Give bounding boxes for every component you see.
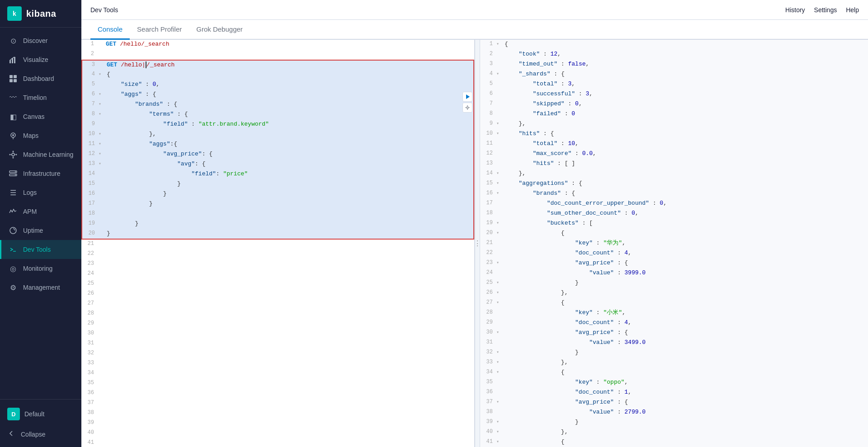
- sidebar-item-label: Discover: [23, 37, 47, 44]
- code-line-selected-start: 3 GET /hello|/_search: [81, 60, 474, 70]
- sidebar-item-discover[interactable]: ⊙ Discover: [0, 31, 81, 50]
- sidebar-item-infrastructure[interactable]: Infrastructure: [0, 164, 81, 183]
- sidebar-item-label: Dev Tools: [23, 246, 51, 253]
- code-line: 28: [81, 309, 474, 319]
- code-line: 32: [81, 349, 474, 359]
- devtools-icon: [9, 245, 18, 254]
- tab-search-profiler[interactable]: Search Profiler: [130, 20, 189, 40]
- output-code-editor[interactable]: 1 ▾ { 2 "took" : 12, 3 "timed_out" : fal…: [480, 40, 868, 447]
- code-line: 6 "successful" : 3,: [480, 89, 868, 99]
- sidebar-item-label: Canvas: [23, 113, 44, 120]
- discover-icon: ⊙: [9, 36, 18, 45]
- code-line: 35 "key" : "oppo",: [480, 378, 868, 388]
- code-line: 10 ▾ },: [81, 130, 474, 140]
- code-line: 26: [81, 289, 474, 299]
- code-line: 21 "key" : "华为",: [480, 239, 868, 249]
- sidebar-item-label: Machine Learning: [23, 151, 73, 158]
- sidebar-item-label: APM: [23, 208, 37, 215]
- code-line: 33: [81, 359, 474, 369]
- sidebar-item-apm[interactable]: APM: [0, 202, 81, 221]
- history-link[interactable]: History: [785, 6, 805, 14]
- code-line: 13 "hits" : [ ]: [480, 159, 868, 169]
- code-line: 36: [81, 389, 474, 399]
- code-line: 17 "doc_count_error_upper_bound" : 0,: [480, 199, 868, 209]
- gutter-buttons: [462, 92, 472, 113]
- pane-divider[interactable]: ⋮: [475, 40, 480, 447]
- settings-link[interactable]: Settings: [814, 6, 837, 14]
- code-line: 1 GET /hello/_search: [81, 40, 474, 50]
- code-line: 9 ▾ },: [480, 119, 868, 129]
- code-line: 20 ▾ {: [480, 229, 868, 239]
- sidebar-default-space[interactable]: D Default: [0, 403, 81, 425]
- svg-rect-2: [14, 57, 15, 63]
- sidebar-item-label: Infrastructure: [23, 170, 60, 177]
- code-line: 31 "value" : 3499.0: [480, 338, 868, 348]
- sidebar-item-logs[interactable]: ☰ Logs: [0, 183, 81, 202]
- run-button[interactable]: [462, 92, 472, 102]
- code-line: 40 ▾ },: [480, 428, 868, 438]
- code-line: 18: [81, 209, 474, 219]
- management-icon: ⚙: [9, 283, 18, 292]
- tab-console[interactable]: Console: [90, 20, 130, 40]
- sidebar-item-machine-learning[interactable]: Machine Learning: [0, 145, 81, 164]
- collapse-label: Collapse: [21, 431, 45, 438]
- svg-point-13: [9, 154, 11, 155]
- code-line: 37: [81, 399, 474, 409]
- editor-settings-button[interactable]: [462, 103, 472, 113]
- code-line: 34 ▾ {: [480, 368, 868, 378]
- code-line: 23: [81, 259, 474, 269]
- code-line: 29 "doc_count" : 4,: [480, 318, 868, 328]
- svg-point-14: [16, 154, 17, 155]
- code-line: 4 ▾ "_shards" : {: [480, 70, 868, 80]
- code-line: 21: [81, 240, 474, 249]
- sidebar-item-management[interactable]: ⚙ Management: [0, 278, 81, 297]
- sidebar-item-dashboard[interactable]: Dashboard: [0, 69, 81, 88]
- code-line: 27: [81, 299, 474, 309]
- code-line: 15 }: [81, 179, 474, 189]
- sidebar-item-label: Logs: [23, 189, 37, 196]
- page-title: Dev Tools: [90, 6, 118, 14]
- code-line: 16 ▾ "brands" : {: [480, 189, 868, 199]
- tab-grok-debugger[interactable]: Grok Debugger: [189, 20, 250, 40]
- left-editor-pane: 1 GET /hello/_search 2 3 GET /hello|/_se…: [81, 40, 475, 447]
- sidebar-item-uptime[interactable]: Uptime: [0, 221, 81, 240]
- machine-learning-icon: [9, 150, 18, 159]
- code-line: 35: [81, 379, 474, 389]
- sidebar-item-timelion[interactable]: 〰 Timelion: [0, 88, 81, 107]
- code-line: 9 "field" : "attr.brand.keyword": [81, 120, 474, 130]
- sidebar-item-visualize[interactable]: Visualize: [0, 50, 81, 69]
- code-line: 3 "timed_out" : false,: [480, 60, 868, 70]
- sidebar-item-maps[interactable]: Maps: [0, 126, 81, 145]
- svg-rect-0: [9, 60, 11, 63]
- code-line: 26 ▾ },: [480, 288, 868, 298]
- code-line: 19 }: [81, 219, 474, 229]
- code-line: 27 ▾ {: [480, 298, 868, 308]
- sidebar-item-devtools[interactable]: Dev Tools: [0, 240, 81, 259]
- code-line: 22: [81, 249, 474, 259]
- code-line: 2: [81, 50, 474, 60]
- code-line: 28 "key" : "小米",: [480, 308, 868, 318]
- svg-point-10: [12, 153, 14, 156]
- code-line: 22 "doc_count" : 4,: [480, 249, 868, 259]
- code-line: 38 "value" : 2799.0: [480, 408, 868, 418]
- help-link[interactable]: Help: [846, 6, 859, 14]
- code-line: 25 ▾ }: [480, 278, 868, 288]
- svg-point-21: [15, 171, 16, 172]
- sidebar-logo[interactable]: k kibana: [0, 0, 81, 28]
- kibana-logo-icon: k: [7, 6, 22, 21]
- sidebar-item-canvas[interactable]: ◧ Canvas: [0, 107, 81, 126]
- code-line: 11 "total" : 10,: [480, 139, 868, 149]
- input-code-editor[interactable]: 1 GET /hello/_search 2 3 GET /hello|/_se…: [81, 40, 474, 447]
- code-line: 40: [81, 428, 474, 438]
- sidebar-item-label: Maps: [23, 132, 38, 139]
- apm-icon: [9, 207, 18, 216]
- right-output-pane: 1 ▾ { 2 "took" : 12, 3 "timed_out" : fal…: [480, 40, 868, 447]
- sidebar-collapse-button[interactable]: Collapse: [0, 425, 81, 443]
- collapse-icon: [7, 429, 15, 439]
- sidebar-item-label: Uptime: [23, 227, 43, 234]
- tabs-bar: Console Search Profiler Grok Debugger: [81, 20, 868, 40]
- sidebar: k kibana ⊙ Discover Visualize Dashboard …: [0, 0, 81, 447]
- sidebar-item-monitoring[interactable]: ◎ Monitoring: [0, 259, 81, 278]
- svg-point-11: [13, 151, 14, 152]
- code-line: 18 "sum_other_doc_count" : 0,: [480, 209, 868, 219]
